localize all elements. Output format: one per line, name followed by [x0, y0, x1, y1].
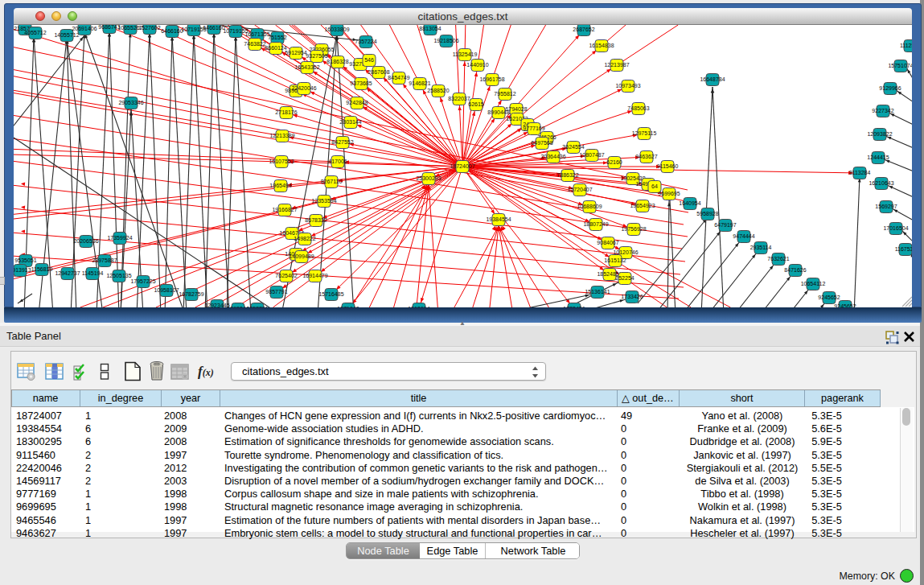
svg-text:1733426: 1733426	[621, 294, 643, 299]
svg-text:17957225: 17957225	[130, 278, 155, 284]
svg-text:64: 64	[651, 183, 658, 189]
svg-text:9227342: 9227342	[872, 108, 893, 113]
svg-text:1569297: 1569297	[875, 204, 897, 209]
svg-text:12942737: 12942737	[55, 270, 80, 276]
svg-text:1965494: 1965494	[269, 183, 291, 188]
svg-text:1640954: 1640954	[679, 200, 700, 206]
svg-text:10958107: 10958107	[154, 287, 179, 293]
svg-text:1733426: 1733426	[563, 306, 585, 307]
svg-text:1440910: 1440910	[466, 62, 488, 68]
svg-text:19218506: 19218506	[433, 38, 458, 43]
svg-text:8427552: 8427552	[331, 139, 353, 145]
svg-text:8678332: 8678332	[305, 217, 326, 223]
svg-text:2867608: 2867608	[368, 69, 389, 75]
svg-text:1571648: 1571648	[337, 306, 359, 307]
svg-text:1527602: 1527602	[138, 25, 160, 31]
svg-text:2935114: 2935114	[750, 245, 772, 250]
svg-text:15751074: 15751074	[888, 63, 912, 68]
svg-text:8471626: 8471626	[784, 267, 806, 273]
svg-text:6794028: 6794028	[505, 106, 527, 112]
svg-text:5958928: 5958928	[696, 211, 718, 216]
svg-text:8186328: 8186328	[326, 59, 348, 64]
svg-text:16671355: 16671355	[244, 31, 269, 37]
svg-text:17016504: 17016504	[883, 225, 908, 231]
svg-text:8813054: 8813054	[419, 26, 441, 31]
svg-text:9777169: 9777169	[523, 126, 544, 131]
svg-text:2803144: 2803144	[339, 119, 361, 125]
svg-text:9699695: 9699695	[658, 191, 680, 196]
svg-text:417006: 417006	[328, 159, 347, 164]
svg-text:6466160: 6466160	[161, 28, 183, 34]
svg-text:1513614: 1513614	[408, 306, 429, 307]
svg-text:9242848: 9242848	[346, 100, 368, 105]
svg-text:546: 546	[364, 57, 374, 63]
svg-text:2718176: 2718176	[275, 109, 297, 115]
svg-text:1156819: 1156819	[31, 266, 53, 272]
svg-text:9327505: 9327505	[306, 53, 327, 59]
svg-text:22420046: 22420046	[291, 85, 316, 91]
svg-text:1615132: 1615132	[604, 257, 626, 263]
svg-text:252254: 252254	[615, 275, 634, 281]
svg-text:11325419: 11325419	[453, 51, 478, 57]
svg-text:1112544: 1112544	[900, 43, 912, 48]
svg-text:8267110: 8267110	[321, 179, 343, 184]
svg-text:62160: 62160	[606, 159, 622, 165]
svg-text:9474444: 9474444	[733, 233, 754, 239]
svg-text:4055712: 4055712	[24, 30, 46, 35]
svg-text:12213987: 12213987	[604, 62, 629, 68]
svg-text:19756928: 19756928	[621, 226, 646, 232]
svg-text:12093822: 12093822	[867, 131, 892, 137]
svg-text:1167533: 1167533	[895, 246, 912, 252]
svg-text:15136141: 15136141	[585, 289, 610, 295]
svg-text:16648784: 16648784	[700, 76, 725, 82]
svg-text:1145194: 1145194	[82, 270, 104, 276]
svg-text:8660124: 8660124	[265, 45, 286, 51]
svg-text:14099489: 14099489	[289, 253, 314, 259]
svg-text:6479197: 6479197	[714, 222, 736, 228]
svg-text:20206536: 20206536	[73, 238, 98, 244]
svg-text:19384554: 19384554	[486, 216, 511, 222]
svg-text:12353594: 12353594	[311, 198, 336, 204]
svg-text:2588520: 2588520	[427, 88, 449, 93]
svg-text:29053346: 29053346	[118, 100, 143, 105]
svg-text:12505135: 12505135	[106, 273, 131, 278]
svg-text:17359924: 17359924	[107, 235, 132, 241]
svg-text:25300293: 25300293	[416, 175, 441, 181]
svg-text:9535051: 9535051	[14, 257, 36, 263]
svg-text:9245652: 9245652	[834, 303, 856, 307]
svg-text:7886322: 7886322	[556, 172, 578, 178]
svg-text:1244415: 1244415	[867, 154, 889, 160]
svg-text:5912954: 5912954	[285, 50, 306, 56]
svg-text:10807487: 10807487	[579, 152, 604, 158]
svg-text:20364436: 20364436	[540, 154, 565, 159]
svg-text:7357224: 7357224	[355, 39, 376, 44]
svg-text:7485063: 7485063	[627, 105, 649, 111]
svg-text:9129966: 9129966	[879, 85, 901, 91]
svg-text:9084067: 9084067	[597, 240, 618, 245]
svg-text:9115460: 9115460	[657, 163, 679, 169]
svg-text:7632621: 7632621	[767, 256, 789, 262]
svg-text:16154838: 16154838	[589, 43, 614, 48]
svg-text:8113284: 8113284	[849, 170, 871, 175]
svg-text:9146821: 9146821	[409, 80, 430, 86]
svg-text:6466160: 6466160	[203, 25, 224, 31]
svg-text:16782759: 16782759	[179, 291, 203, 297]
svg-text:3624554: 3624554	[562, 144, 584, 150]
svg-text:9245652: 9245652	[818, 295, 840, 300]
svg-text:10654112: 10654112	[801, 281, 826, 286]
svg-text:23975887: 23975887	[92, 257, 117, 263]
svg-text:12923445: 12923445	[204, 303, 229, 307]
svg-text:16210643: 16210643	[869, 180, 893, 186]
svg-text:9857791: 9857791	[246, 306, 268, 307]
svg-text:2687652: 2687652	[573, 27, 594, 32]
svg-text:16961758: 16961758	[479, 76, 504, 82]
svg-text:16914479: 16914479	[302, 273, 327, 278]
svg-text:751552: 751552	[268, 35, 286, 40]
svg-text:18807249: 18807249	[583, 221, 608, 227]
svg-text:19166827: 19166827	[272, 207, 297, 212]
svg-text:18724007: 18724007	[450, 163, 474, 169]
svg-text:12213389: 12213389	[269, 133, 294, 138]
svg-text:14055712: 14055712	[54, 32, 79, 38]
svg-text:7463822: 7463822	[244, 41, 265, 47]
svg-text:9373685: 9373685	[350, 80, 372, 86]
